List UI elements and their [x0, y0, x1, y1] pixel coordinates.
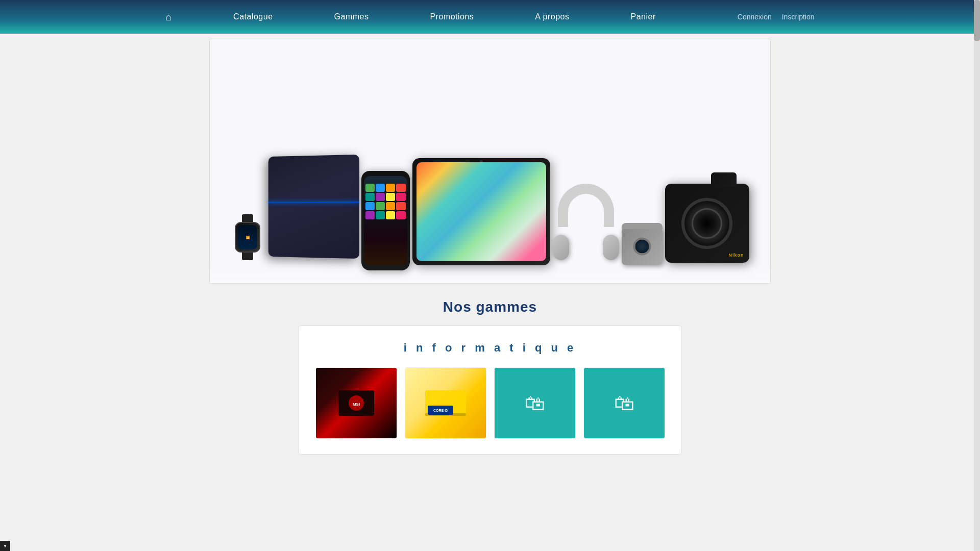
section-gammes-title: Nos gammes: [0, 299, 980, 315]
nav-home[interactable]: ⌂: [165, 11, 172, 23]
home-icon: ⌂: [165, 11, 172, 22]
device-gopro: [622, 227, 663, 265]
hero-banner: 📶: [209, 39, 771, 284]
device-tablet: [412, 158, 550, 265]
shopping-bag-icon-2: 🛍: [614, 392, 634, 415]
device-dslr: Nikon: [665, 184, 749, 263]
svg-text:CORE i5: CORE i5: [433, 409, 447, 412]
product-card-placeholder-1[interactable]: 🛍: [494, 367, 576, 439]
device-headphones: [553, 184, 619, 260]
nav-catalogue[interactable]: Catalogue: [233, 12, 273, 21]
device-phone: [361, 171, 410, 270]
device-smartwatch: 📶: [231, 214, 264, 263]
svg-text:MSI: MSI: [352, 402, 359, 407]
main-nav: ⌂ Catalogue Gammes Promotions A propos P…: [165, 11, 814, 23]
nav-a-propos[interactable]: A propos: [535, 12, 569, 21]
scrollbar[interactable]: [974, 0, 980, 551]
products-grid: MSI CORE i5 🛍 🛍: [309, 367, 671, 439]
product-card-laptop[interactable]: CORE i5: [405, 367, 486, 439]
dslr-brand: Nikon: [728, 253, 744, 258]
hero-scene: 📶: [210, 39, 770, 283]
nav-auth: Connexion Inscription: [738, 13, 815, 21]
scrollbar-thumb[interactable]: [974, 0, 980, 41]
nav-panier[interactable]: Panier: [631, 12, 656, 21]
shopping-bag-icon-1: 🛍: [525, 392, 545, 415]
device-ps4: [268, 155, 359, 259]
bottom-indicator: ▼: [0, 541, 10, 551]
product-card-gaming[interactable]: MSI: [315, 367, 397, 439]
inscription-link[interactable]: Inscription: [782, 13, 815, 21]
nav-promotions[interactable]: Promotions: [430, 12, 474, 21]
category-title-informatique: i n f o r m a t i q u e: [309, 341, 671, 355]
nav-gammes[interactable]: Gammes: [334, 12, 369, 21]
product-card-placeholder-2[interactable]: 🛍: [583, 367, 665, 439]
header: ⌂ Catalogue Gammes Promotions A propos P…: [0, 0, 980, 34]
connexion-link[interactable]: Connexion: [738, 13, 772, 21]
category-section: i n f o r m a t i q u e MSI CORE i5: [299, 325, 681, 455]
